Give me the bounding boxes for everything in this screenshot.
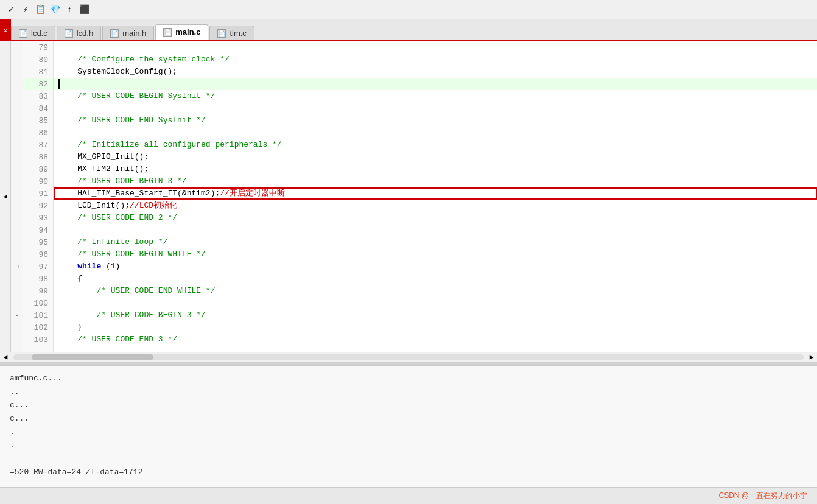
code-line-92: LCD_Init();//LCD初始化 [54,200,817,212]
code-line-91: HAL_TIM_Base_Start_IT(&htim2);//开启定时器中断 [54,187,817,200]
toolbar-copy-icon[interactable]: 📋 [34,4,46,16]
gutter-item [11,114,23,127]
code-line-100 [54,297,817,309]
editor-area: ◀ □ - [0,41,817,352]
line-num-94: 94 [23,224,53,236]
tab-bar-wrapper: ✕ 📄 lcd.c 📄 lcd.h 📄 main.h 📄 main.c 📄 ti… [0,19,817,41]
code-comment-99: /* USER CODE END WHILE */ [58,285,215,297]
line-num-81: 81 [23,66,53,78]
gutter-item [11,90,23,102]
tab-lcd-h[interactable]: 📄 lcd.h [57,26,101,40]
toolbar-arrow-icon[interactable]: ↑ [63,4,75,16]
code-normal-81: SystemClock_Config(); [58,66,177,78]
code-line-88: MX_GPIO_Init(); [54,151,817,163]
code-comment-93: /* USER CODE END 2 */ [58,212,177,224]
code-normal-102: } [58,321,82,334]
bottom-panel: amfunc.c... .. c... c... . . =520 RW-dat… [0,365,817,487]
code-line-95: /* Infinite loop */ [54,236,817,248]
tab-icon-main-c: 📄 [163,28,172,37]
code-kw-while: while [58,261,101,273]
tab-main-c[interactable]: 📄 main.c [155,24,208,40]
gutter-item [11,200,23,212]
code-line-97: while (1) [54,261,817,273]
gutter-item [11,273,23,285]
code-normal-97: (1) [101,261,120,273]
fold-icon-98[interactable]: □ [11,261,23,273]
gutter-item [11,151,23,163]
output-text-6: . [10,441,15,450]
output-text-1: amfunc.c... [10,374,62,383]
gutter-item [11,41,23,54]
tab-label-main-c: main.c [175,27,200,37]
line-num-85: 85 [23,114,53,127]
code-normal-89: MX_TIM2_Init(); [58,163,149,175]
line-num-84: 84 [23,102,53,114]
output-text-5: . [10,427,15,436]
code-line-83: /* USER CODE BEGIN SysInit */ [54,90,817,102]
gutter-item [11,321,23,334]
line-num-101: 101 [23,309,53,321]
status-bar: CSDN @一直在努力的小宁 [0,487,817,504]
code-line-87: /* Initialize all configured peripherals… [54,139,817,151]
left-nav-arrow[interactable]: ◀ [0,41,11,352]
bottom-line-4: c... [10,411,807,425]
bottom-line-1: amfunc.c... [10,371,807,385]
editor-close-button[interactable]: ✕ [0,19,11,41]
code-hal-91: HAL_TIM_Base_Start_IT(&htim2); [58,187,220,200]
bottom-line-6: . [10,438,807,452]
code-line-79 [54,41,817,54]
tab-label-main-h: main.h [122,29,146,38]
line-num-97: 97 [23,261,53,273]
status-right: CSDN @一直在努力的小宁 [718,491,807,501]
scrollbar-thumb[interactable] [32,354,153,360]
code-chinese-92: //LCD初始化 [130,200,177,212]
horizontal-scrollbar[interactable]: ◀ ▶ [0,352,817,362]
bottom-line-3: c... [10,398,807,411]
code-line-102: } [54,321,817,334]
gutter-item [11,163,23,175]
tab-label-lcd-h: lcd.h [77,29,93,38]
code-line-94 [54,224,817,236]
gutter-item [11,212,23,224]
scroll-left-button[interactable]: ◀ [0,353,11,361]
gutter-item [11,66,23,78]
code-comment-85: /* USER CODE END SysInit */ [58,114,206,127]
scrollbar-track [13,354,804,360]
code-comment-80: /* Configure the system clock */ [58,54,230,66]
gutter-item [11,78,23,90]
code-content[interactable]: /* Configure the system clock */ SystemC… [54,41,817,352]
line-num-96: 96 [23,248,53,261]
line-num-103: 103 [23,334,53,346]
fold-icon-102[interactable]: - [11,309,23,321]
line-num-89: 89 [23,163,53,175]
code-normal-92: LCD_Init(); [58,200,130,212]
bottom-line-2: .. [10,385,807,398]
gutter-item [11,236,23,248]
tab-tim-c[interactable]: 📄 tim.c [209,26,254,40]
code-line-89: MX_TIM2_Init(); [54,163,817,175]
gutter-item [11,248,23,261]
toolbar-flash-icon[interactable]: ⚡ [19,4,32,16]
status-left [10,492,12,500]
line-num-92: 92 [23,200,53,212]
toolbar: ✓ ⚡ 📋 💎 ↑ ⬛ [0,0,817,19]
tab-lcd-c[interactable]: 📄 lcd.c [11,26,55,40]
line-num-102: 102 [23,321,53,334]
code-line-90: /* USER CODE BEGIN 3 */ [54,175,817,187]
output-text-8: =520 RW-data=24 ZI-data=1712 [10,467,142,477]
tab-icon-main-h: 📄 [110,29,119,38]
tab-main-h[interactable]: 📄 main.h [102,26,154,40]
toolbar-box-icon[interactable]: ⬛ [78,4,90,16]
toolbar-check-icon[interactable]: ✓ [5,4,17,16]
toolbar-doc-icon[interactable]: 💎 [49,4,61,16]
editor-container: ✕ 📄 lcd.c 📄 lcd.h 📄 main.h 📄 main.c 📄 ti… [0,19,817,362]
code-comment-83: /* USER CODE BEGIN SysInit */ [58,90,215,102]
tab-label-tim-c: tim.c [230,29,246,38]
line-num-82: 82 [23,78,53,90]
output-text-3: c... [10,401,29,410]
bottom-line-7 [10,452,807,465]
code-line-85: /* USER CODE END SysInit */ [54,114,817,127]
bottom-line-5: . [10,425,807,438]
line-num-98: 98 [23,273,53,285]
scroll-right-button[interactable]: ▶ [806,353,817,361]
